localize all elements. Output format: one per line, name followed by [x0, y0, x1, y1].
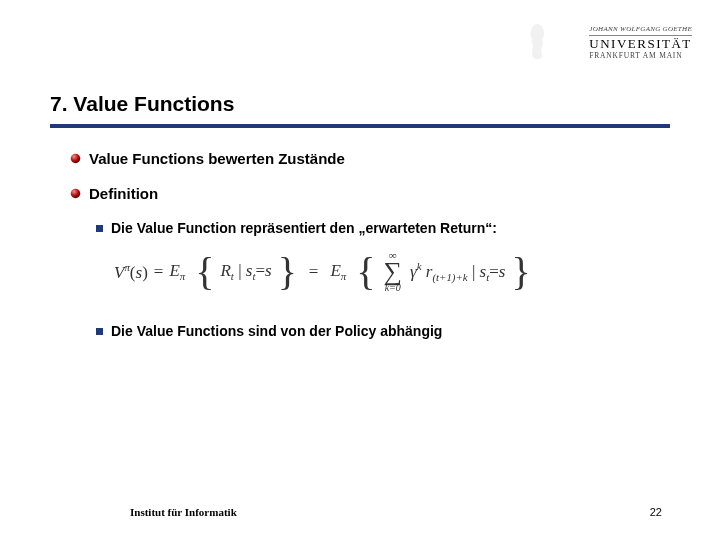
bullet-sphere-icon [70, 153, 81, 164]
slide: JOHANN WOLFGANG GOETHE UNIVERSITÄT FRANK… [0, 0, 720, 540]
footer: Institut für Informatik 22 [0, 506, 720, 518]
value-function-formula: Vπ(s) = Eπ { Rt | st=s } = Eπ { ∞ ∑ k=0 … [114, 250, 660, 293]
bullet-text: Die Value Function repräsentiert den „er… [111, 220, 497, 236]
summation: ∞ ∑ k=0 [384, 250, 403, 293]
slide-title: 7. Value Functions [50, 92, 670, 122]
bullet-text: Die Value Functions sind von der Policy … [111, 323, 442, 339]
bullet-level1: Value Functions bewerten Zustände [70, 150, 660, 167]
title-underline [50, 124, 670, 128]
svg-point-0 [71, 154, 81, 164]
bullet-text: Value Functions bewerten Zustände [89, 150, 345, 167]
university-logo: JOHANN WOLFGANG GOETHE UNIVERSITÄT FRANK… [589, 26, 692, 60]
goethe-silhouette [524, 22, 550, 60]
bullet-square-icon [96, 328, 103, 335]
logo-line-1: JOHANN WOLFGANG GOETHE [589, 26, 692, 33]
page-number: 22 [650, 506, 662, 518]
logo-line-3: FRANKFURT AM MAIN [589, 52, 692, 60]
bullet-text: Definition [89, 185, 158, 202]
bullet-sphere-icon [70, 188, 81, 199]
bullet-square-icon [96, 225, 103, 232]
svg-point-1 [71, 189, 81, 199]
footer-institute: Institut für Informatik [130, 506, 237, 518]
logo-line-2: UNIVERSITÄT [589, 37, 692, 51]
bullet-level2: Die Value Functions sind von der Policy … [96, 323, 660, 339]
bullet-level1: Definition [70, 185, 660, 202]
content-area: Value Functions bewerten Zustände Defini… [70, 150, 660, 353]
title-block: 7. Value Functions [50, 92, 670, 128]
bullet-level2: Die Value Function repräsentiert den „er… [96, 220, 660, 236]
